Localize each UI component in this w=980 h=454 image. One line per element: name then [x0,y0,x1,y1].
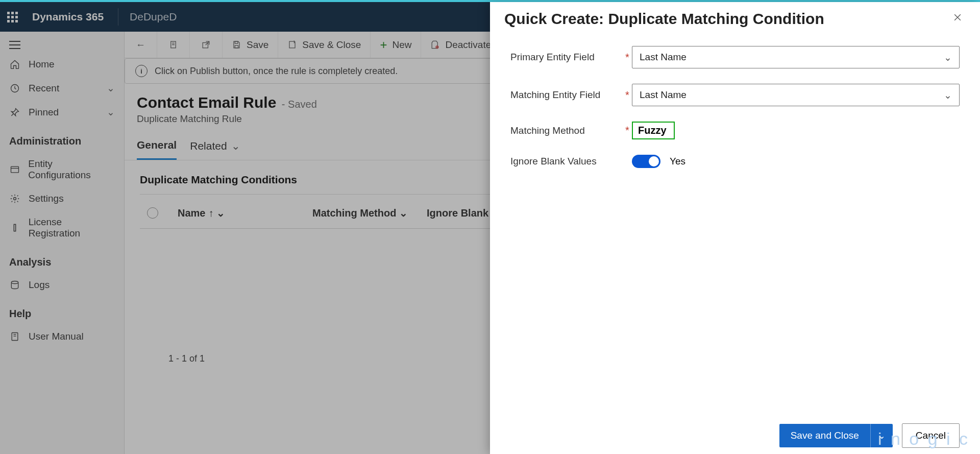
group-help: Help [0,297,124,325]
svg-rect-3 [14,224,15,231]
svg-point-4 [11,281,18,284]
tab-general[interactable]: General [137,139,177,160]
nav-settings[interactable]: Settings [0,187,124,210]
field-label: Matching Method [510,125,623,136]
nav-label: User Manual [29,331,84,342]
pin-icon [9,107,20,117]
nav-label: Pinned [29,107,59,118]
matching-entity-select[interactable]: Last Name ⌄ [632,84,960,106]
field-ignore-blank: Ignore Blank Values Yes [510,155,960,168]
nav-label: Recent [29,83,59,94]
chevron-down-icon: ⌄ [944,52,952,63]
plus-icon: + [380,38,387,52]
nav-recent[interactable]: Recent ⌄ [0,76,124,100]
field-label: Primary Entity Field [510,52,623,63]
nav-label: Home [29,59,55,70]
deactivate-button[interactable]: Deactivate [421,32,501,58]
svg-rect-5 [12,333,18,341]
save-close-icon [287,40,297,50]
cmd-label: Save [247,39,268,51]
logs-icon [9,280,20,290]
chevron-down-icon: ⌄ [216,207,225,219]
field-matching-method: Matching Method * Fuzzy [510,122,960,139]
required-indicator [623,156,632,168]
svg-rect-8 [235,45,238,48]
close-button[interactable] [949,9,966,29]
new-button[interactable]: + New [371,32,421,58]
sort-asc-icon: ↑ [208,207,213,219]
save-icon [232,40,241,50]
select-value: Last Name [640,52,687,63]
col-matching-method[interactable]: Matching Method ⌄ [312,207,414,219]
record-status: - Saved [282,99,317,110]
nav-label: Entity Configurations [28,158,115,181]
select-value: Last Name [640,89,687,101]
sidebar-toggle[interactable] [0,37,124,53]
field-label: Ignore Blank Values [510,156,623,167]
field-label: Matching Entity Field [510,89,623,101]
select-all-checkbox[interactable] [147,207,158,219]
save-button[interactable]: Save [223,32,278,58]
entity-icon [9,164,20,175]
cancel-button[interactable]: Cancel [902,423,960,448]
group-administration: Administration [0,124,124,152]
back-icon: ← [136,39,145,51]
home-icon [9,59,20,69]
save-close-split[interactable]: ⌄ [870,424,893,447]
popout-icon [201,40,211,50]
sidebar: Home Recent ⌄ Pinned ⌄ Administration En… [0,32,125,454]
save-and-close-button[interactable]: Save and Close ⌄ [779,424,893,447]
svg-rect-9 [235,41,238,43]
clipboard-icon [168,40,178,50]
nav-home[interactable]: Home [0,53,124,76]
ignore-blank-toggle[interactable] [632,155,660,168]
app-name: DeDupeD [130,11,177,23]
chevron-down-icon: ⌄ [944,89,952,101]
nav-logs[interactable]: Logs [0,273,124,297]
record-title: Contact Email Rule [137,94,276,111]
required-indicator: * [623,125,632,136]
notice-text: Click on Publish button, once the rule i… [155,66,398,77]
btn-label: Save and Close [779,424,870,447]
popout-button[interactable] [190,32,223,58]
required-indicator: * [623,52,632,63]
save-close-button[interactable]: Save & Close [278,32,371,58]
app-launcher-icon[interactable] [7,12,18,22]
back-button[interactable]: ← [125,32,157,58]
chevron-down-icon: ⌄ [107,82,115,94]
clock-icon [9,83,20,93]
panel-title: Quick Create: Duplicate Matching Conditi… [504,10,949,28]
nav-pinned[interactable]: Pinned ⌄ [0,100,124,124]
cmd-label: Save & Close [302,39,361,51]
nav-entity-config[interactable]: Entity Configurations [0,152,124,187]
gear-icon [9,194,20,204]
cmd-label: Deactivate [445,39,491,51]
col-name[interactable]: Name ↑ ⌄ [178,207,300,219]
brand-label: Dynamics 365 [32,11,104,23]
toggle-value: Yes [670,156,685,167]
nav-label: Settings [29,193,64,204]
svg-rect-1 [11,166,18,173]
required-indicator: * [623,89,632,101]
deactivate-icon [430,40,440,50]
matching-method-value[interactable]: Fuzzy [632,122,675,139]
info-icon: i [135,65,148,77]
chevron-down-icon: ⌄ [399,207,408,219]
tab-related[interactable]: Related⌄ [190,139,240,160]
svg-point-2 [14,198,16,200]
chevron-down-icon: ⌄ [231,140,240,152]
close-icon [952,12,963,22]
manual-icon [9,331,20,342]
chevron-down-icon: ⌄ [878,431,885,441]
nav-license[interactable]: License Registration [0,210,124,245]
field-primary-entity: Primary Entity Field * Last Name ⌄ [510,46,960,68]
chevron-down-icon: ⌄ [107,106,115,118]
clipboard-button[interactable] [157,32,190,58]
quick-create-panel: Quick Create: Duplicate Matching Conditi… [490,2,980,454]
cmd-label: New [392,39,411,51]
nav-user-manual[interactable]: User Manual [0,325,124,348]
nav-label: Logs [29,279,50,291]
license-icon [9,223,20,233]
primary-entity-select[interactable]: Last Name ⌄ [632,46,960,68]
field-matching-entity: Matching Entity Field * Last Name ⌄ [510,84,960,106]
